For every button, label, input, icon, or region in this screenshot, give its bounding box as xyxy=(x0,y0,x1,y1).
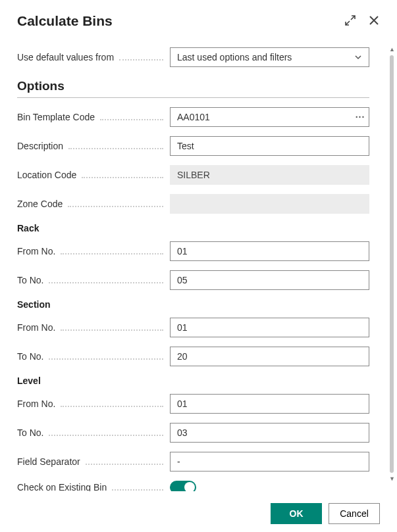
label-description: Description xyxy=(17,141,63,151)
label-level-from: From No. xyxy=(17,399,55,409)
label-bin-template: Bin Template Code xyxy=(17,112,95,122)
ok-button[interactable]: OK xyxy=(271,503,322,524)
label-defaults: Use default values from xyxy=(17,52,170,62)
label-check-existing: Check on Existing Bin xyxy=(17,482,107,491)
rack-to-input[interactable] xyxy=(170,270,369,290)
row-section-from: From No. xyxy=(17,318,369,337)
scroll-up-icon[interactable]: ▲ xyxy=(389,46,395,53)
label-section-from: From No. xyxy=(17,322,55,333)
bin-template-input[interactable] xyxy=(170,107,369,127)
chevron-down-icon xyxy=(354,53,362,61)
label-field-separator: Field Separator xyxy=(17,456,80,467)
description-input[interactable] xyxy=(170,136,369,156)
location-code-field: SILBER xyxy=(170,165,369,185)
toggle-knob xyxy=(184,482,195,491)
label-rack-to: To No. xyxy=(17,275,43,285)
section-to-input[interactable] xyxy=(170,347,369,366)
defaults-select[interactable]: Last used options and filters xyxy=(170,47,369,67)
row-rack-to: To No. xyxy=(17,270,369,290)
row-rack-from: From No. xyxy=(17,241,369,261)
label-location-code: Location Code xyxy=(17,170,76,180)
dialog-body: Use default values from Last used option… xyxy=(17,47,380,491)
row-description: Description xyxy=(17,136,369,156)
check-existing-toggle[interactable] xyxy=(170,481,196,491)
row-bin-template: Bin Template Code ··· xyxy=(17,107,369,127)
subheader-level: Level xyxy=(17,375,369,386)
row-zone-code: Zone Code xyxy=(17,194,369,214)
section-from-input[interactable] xyxy=(170,318,369,337)
row-check-existing: Check on Existing Bin xyxy=(17,481,369,491)
zone-code-field xyxy=(170,194,369,214)
rack-from-input[interactable] xyxy=(170,241,369,261)
row-level-to: To No. xyxy=(17,423,369,443)
defaults-select-value: Last used options and filters xyxy=(177,52,292,62)
row-section-to: To No. xyxy=(17,347,369,366)
row-level-from: From No. xyxy=(17,394,369,414)
scroll-down-icon[interactable]: ▼ xyxy=(389,475,395,482)
label-section-to: To No. xyxy=(17,351,43,362)
row-defaults: Use default values from Last used option… xyxy=(17,47,369,67)
label-level-to: To No. xyxy=(17,427,43,438)
subheader-section: Section xyxy=(17,299,369,310)
close-icon[interactable] xyxy=(368,14,380,28)
scrollbar[interactable]: ▲ ▼ xyxy=(389,47,394,481)
header-actions xyxy=(344,14,380,28)
label-zone-code: Zone Code xyxy=(17,199,63,209)
level-to-input[interactable] xyxy=(170,423,369,443)
label-rack-from: From No. xyxy=(17,246,55,256)
subheader-rack: Rack xyxy=(17,223,369,233)
dialog-footer: OK Cancel xyxy=(17,491,380,524)
expand-icon[interactable] xyxy=(344,14,356,28)
row-field-separator: Field Separator xyxy=(17,452,369,472)
dialog-calculate-bins: Calculate Bins Use default values from L… xyxy=(0,0,397,532)
field-separator-input[interactable] xyxy=(170,452,369,472)
dialog-title: Calculate Bins xyxy=(17,13,113,29)
level-from-input[interactable] xyxy=(170,394,369,414)
scrollbar-track[interactable] xyxy=(390,55,394,473)
dialog-header: Calculate Bins xyxy=(17,13,380,29)
row-location-code: Location Code SILBER xyxy=(17,165,369,185)
section-options: Options xyxy=(17,79,369,98)
bin-template-lookup-icon[interactable]: ··· xyxy=(351,107,369,127)
cancel-button[interactable]: Cancel xyxy=(329,503,380,524)
